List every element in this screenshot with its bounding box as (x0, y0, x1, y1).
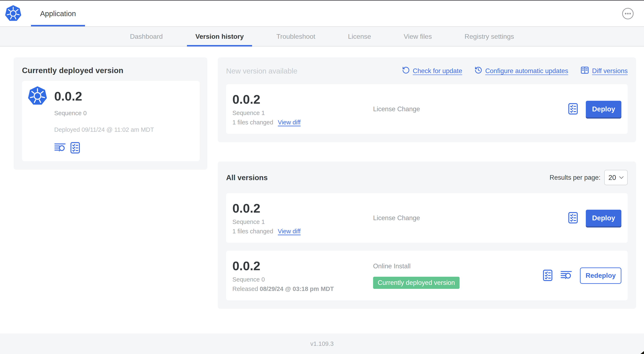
checklist-icon (543, 270, 552, 282)
app-window: Application Dashboard Version history Tr… (0, 0, 644, 354)
chevron-down-icon (619, 176, 624, 179)
released-timestamp: Released 08/29/24 @ 03:18 pm MDT (232, 285, 373, 292)
refresh-icon (402, 66, 410, 76)
version-actions: Check for update Configure automatic upd… (402, 66, 628, 76)
console-version: v1.109.3 (310, 340, 334, 347)
files-changed-label: 1 files changed (232, 228, 273, 235)
logs-icon (560, 271, 572, 281)
all-versions-panel: All versions Results per page: 20 (218, 162, 636, 309)
top-bar: Application (0, 1, 644, 26)
deployed-timestamp: Deployed 09/11/24 @ 11:02 am MDT (54, 126, 194, 133)
view-logs-button[interactable] (54, 143, 66, 153)
currently-deployed-card: 0.0.2 Sequence 0 Deployed 09/11/24 @ 11:… (22, 81, 200, 161)
tab-license[interactable]: License (332, 27, 387, 46)
configure-automatic-updates-link[interactable]: Configure automatic updates (474, 66, 568, 76)
change-type-label: License Change (373, 214, 568, 222)
results-per-page-value: 20 (608, 174, 616, 182)
results-per-page-select[interactable]: 20 (604, 170, 628, 185)
kubernetes-logo-icon (28, 86, 48, 106)
files-changed-label: 1 files changed (232, 119, 273, 126)
main-content: Currently deployed version 0.0.2 Sequenc… (0, 47, 644, 309)
redeploy-button[interactable]: Redeploy (580, 267, 622, 284)
right-column: New version available Check for update C… (218, 57, 636, 309)
overflow-menu-button[interactable] (622, 8, 634, 20)
check-for-update-label: Check for update (413, 67, 462, 75)
results-per-page-label: Results per page: (550, 174, 600, 181)
new-version-title: New version available (226, 67, 297, 75)
preflight-checklist-button[interactable] (568, 103, 578, 115)
deployed-sequence: Sequence 0 (54, 110, 194, 117)
clock-refresh-icon (474, 66, 482, 76)
configure-automatic-updates-label: Configure automatic updates (485, 67, 568, 75)
version-number: 0.0.2 (232, 259, 373, 273)
diff-icon (580, 66, 589, 76)
ellipsis-menu-icon (622, 8, 634, 20)
version-sequence: Sequence 1 (232, 218, 373, 225)
app-tab-application[interactable]: Application (31, 1, 85, 26)
version-number: 0.0.2 (232, 201, 373, 216)
new-version-panel: New version available Check for update C… (218, 57, 636, 142)
view-diff-link[interactable]: View diff (278, 228, 301, 235)
all-versions-title: All versions (226, 173, 268, 182)
checklist-icon (70, 142, 80, 154)
logs-icon (54, 143, 66, 153)
deployed-version-number: 0.0.2 (54, 89, 82, 104)
currently-deployed-title: Currently deployed version (22, 66, 200, 75)
tab-dashboard[interactable]: Dashboard (114, 27, 179, 46)
check-for-update-link[interactable]: Check for update (402, 66, 462, 76)
version-sequence: Sequence 0 (232, 276, 373, 283)
diff-versions-label: Diff versions (592, 67, 628, 75)
view-diff-link[interactable]: View diff (278, 119, 301, 126)
tab-version-history[interactable]: Version history (179, 27, 260, 46)
currently-deployed-panel: Currently deployed version 0.0.2 Sequenc… (14, 57, 207, 170)
kubernetes-logo-icon (4, 5, 22, 23)
preflight-checklist-button[interactable] (568, 212, 578, 224)
version-sequence: Sequence 1 (232, 110, 373, 117)
view-logs-button[interactable] (560, 271, 572, 281)
currently-deployed-badge: Currently deployed version (373, 277, 460, 289)
preflight-checklist-button[interactable] (543, 270, 552, 282)
version-row-sequence-1: 0.0.2 Sequence 1 1 files changed View di… (226, 193, 628, 243)
version-number: 0.0.2 (232, 92, 373, 107)
diff-versions-link[interactable]: Diff versions (580, 66, 628, 76)
tab-view-files[interactable]: View files (387, 27, 448, 46)
preflight-checklist-button[interactable] (70, 142, 80, 154)
section-nav: Dashboard Version history Troubleshoot L… (0, 26, 644, 47)
change-type-label: License Change (373, 105, 568, 113)
app-tab-label: Application (40, 10, 76, 18)
change-type-label: Online Install (373, 262, 543, 270)
tab-troubleshoot[interactable]: Troubleshoot (260, 27, 332, 46)
footer: v1.109.3 (0, 333, 644, 354)
new-version-card: 0.0.2 Sequence 1 1 files changed View di… (226, 84, 628, 134)
deploy-button[interactable]: Deploy (586, 101, 622, 118)
checklist-icon (568, 212, 578, 224)
tab-registry-settings[interactable]: Registry settings (448, 27, 530, 46)
checklist-icon (568, 103, 578, 115)
deploy-button[interactable]: Deploy (586, 210, 622, 226)
version-row-sequence-0: 0.0.2 Sequence 0 Released 08/29/24 @ 03:… (226, 251, 628, 300)
